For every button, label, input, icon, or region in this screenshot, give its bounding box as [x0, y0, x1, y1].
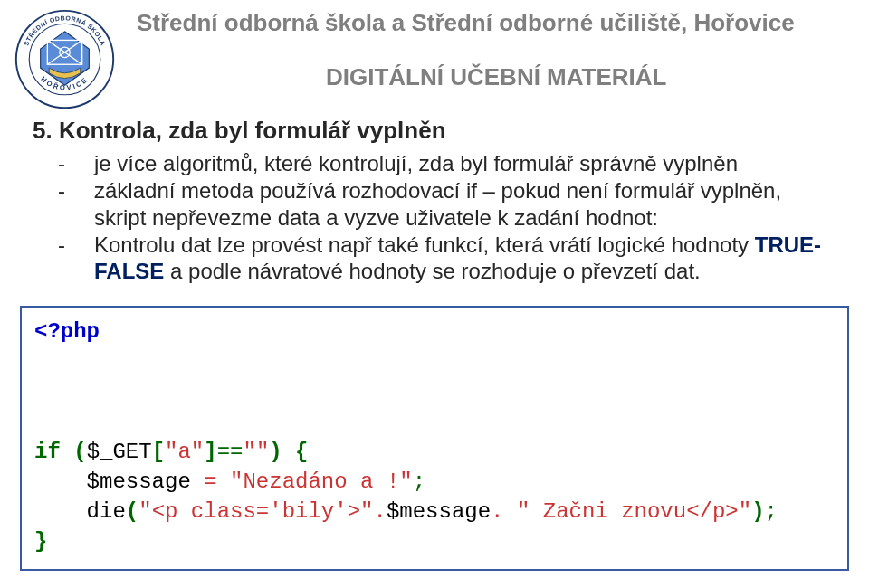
- bracket-open: [: [152, 440, 165, 464]
- brace-close: }: [34, 529, 47, 554]
- bullet-item: základní metoda používá rozhodovací if –…: [58, 177, 826, 231]
- brace-open: {: [295, 440, 308, 464]
- document-type: DIGITÁLNÍ UČEBNÍ MATERIÁL: [326, 63, 667, 91]
- var-message: $message: [387, 499, 491, 524]
- var-message: $message: [87, 469, 191, 494]
- bullet-text-post: a podle návratové hodnoty se rozhoduje o…: [164, 259, 700, 283]
- op-assign: =: [204, 469, 216, 494]
- string-html2: " Začni znovu</p>": [517, 499, 751, 524]
- php-open-tag: <?php: [34, 319, 100, 344]
- fn-die: die: [87, 499, 126, 524]
- bullet-text-pre: Kontrolu dat lze provést např také funkc…: [94, 232, 755, 257]
- op-eq: ==: [217, 440, 244, 464]
- body-content: je více algoritmů, které kontrolují, zda…: [0, 145, 869, 284]
- op-concat: .: [491, 499, 503, 524]
- paren-open: (: [73, 440, 86, 464]
- bullet-item: Kontrolu dat lze provést např také funkc…: [58, 232, 826, 285]
- op-concat: .: [373, 499, 386, 524]
- section-heading: 5. Kontrola, zda byl formulář vyplněn: [0, 111, 869, 145]
- paren-close: ): [751, 499, 764, 524]
- code-block: <?php if ($_GET["a"]=="") { $message = "…: [20, 306, 849, 571]
- string-html1: "<p class='bily'>": [138, 499, 373, 524]
- semicolon: ;: [413, 469, 425, 494]
- bullet-item: je více algoritmů, které kontrolují, zda…: [58, 150, 826, 176]
- string-key: "a": [165, 440, 204, 464]
- keyword-if: if: [34, 440, 61, 464]
- bracket-close: ]: [204, 440, 216, 464]
- string-msg: "Nezadáno a !": [230, 469, 413, 494]
- school-logo: STŘEDNÍ ODBORNÁ ŠKOLA HOŘOVICE: [13, 7, 117, 111]
- var-get: $_GET: [87, 440, 152, 464]
- semicolon: ;: [765, 499, 778, 524]
- paren-close: ): [269, 440, 282, 464]
- paren-open: (: [126, 499, 138, 524]
- string-empty: "": [243, 440, 269, 464]
- school-name: Střední odborná škola a Střední odborné …: [117, 7, 853, 37]
